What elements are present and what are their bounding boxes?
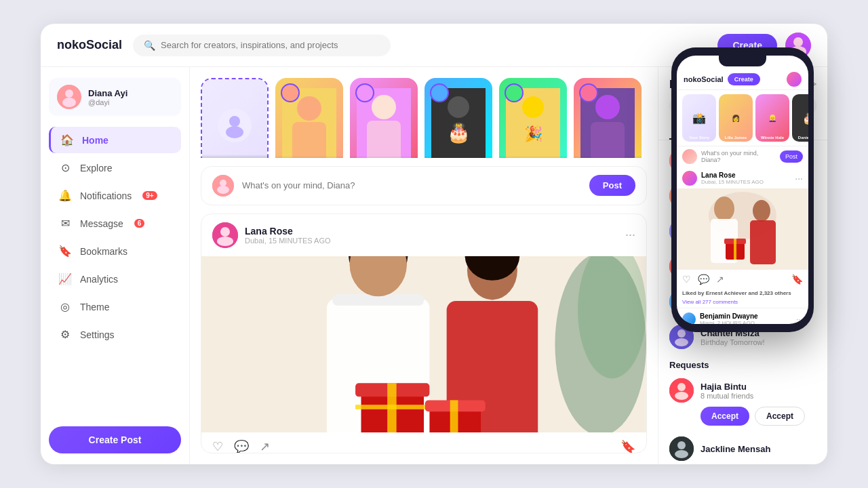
sidebar-item-bookmarks[interactable]: 🔖 Bookmarks: [49, 238, 181, 264]
svg-point-22: [595, 95, 620, 119]
phone-screen: nokoSocial Create 📸 Your Story 👩 Lilla J…: [677, 56, 808, 324]
story-item-lilla[interactable]: Lilla James/p>: [275, 78, 343, 158]
phone-story-item[interactable]: 📸 Your Story: [682, 94, 716, 142]
share-button[interactable]: ↗: [260, 439, 270, 454]
post-username: Lana Rose: [245, 226, 331, 237]
post-meta: Dubai, 15 MINUTES AGO: [245, 237, 331, 245]
phone-story-item[interactable]: 👩 Lilla James: [719, 94, 753, 142]
phone-create-button[interactable]: Create: [728, 73, 760, 85]
svg-point-74: [714, 197, 734, 221]
phone-stories: 📸 Your Story 👩 Lilla James 👱‍♀️ Winnie H…: [677, 90, 808, 146]
sidebar-item-label: Bookmarks: [80, 246, 127, 257]
logo: nokoSocial: [57, 38, 122, 52]
composer-avatar: [212, 175, 234, 197]
story-avatar: [579, 83, 598, 102]
avatar: [669, 436, 694, 461]
svg-point-28: [220, 227, 230, 237]
svg-point-10: [297, 96, 321, 121]
story-item-tina[interactable]: Tina White: [574, 78, 642, 158]
svg-point-64: [677, 329, 686, 338]
svg-rect-44: [355, 405, 429, 409]
phone-story-name: Lilla James: [719, 136, 753, 140]
svg-text:🎉: 🎉: [524, 125, 543, 143]
like-button[interactable]: ♡: [212, 439, 223, 454]
phone-second-post-avatar: [682, 312, 696, 324]
list-item[interactable]: Jackline Mensah: [658, 431, 827, 464]
phone-story-name: Your Story: [682, 136, 716, 140]
sidebar-item-messages[interactable]: ✉ Messagse 6: [49, 210, 181, 237]
phone-post-menu[interactable]: ···: [795, 173, 803, 184]
request-item: Hajia Bintu 8 mutual friends Accept Acce…: [658, 373, 827, 431]
svg-rect-23: [591, 122, 625, 158]
request-avatar: [669, 378, 694, 403]
svg-point-76: [753, 200, 770, 222]
bookmark-button[interactable]: 🔖: [620, 439, 635, 454]
svg-point-1: [793, 37, 803, 47]
search-bar[interactable]: 🔍: [133, 35, 391, 56]
phone-comment-button[interactable]: 💬: [698, 274, 709, 285]
phone-second-post-info: Benjamin Dwayne Miami, 2 HOURS AGO: [700, 312, 758, 324]
analytics-icon: 📈: [58, 272, 72, 285]
accept-button[interactable]: Accept: [701, 407, 749, 426]
sidebar-item-explore[interactable]: ⊙ Explore: [49, 155, 181, 181]
phone-post-button[interactable]: Post: [780, 150, 803, 163]
svg-point-5: [62, 98, 76, 107]
comment-button[interactable]: 💬: [234, 439, 249, 454]
story-item-jane[interactable]: 🎉 Jane Doe: [499, 78, 567, 158]
user-card[interactable]: Diana Ayi @dayi: [49, 78, 181, 116]
contact-name: Jackline Mensah: [701, 444, 770, 454]
sidebar-item-home[interactable]: 🏠 Home: [49, 127, 181, 153]
main-feed: Your Story Lilla James/p>: [190, 67, 658, 464]
phone-view-comments[interactable]: View all 277 comments: [677, 298, 808, 308]
post-composer-input[interactable]: [242, 180, 581, 190]
sidebar-item-settings[interactable]: ⚙ Settings: [49, 321, 181, 348]
svg-rect-80: [734, 239, 736, 260]
story-avatar: [505, 83, 524, 102]
mutual-friends: 8 mutual friends: [701, 392, 753, 400]
user-name: Diana Ayi: [88, 88, 127, 98]
post-composer: Post: [201, 166, 647, 205]
phone-second-post-name: Benjamin Dwayne: [700, 312, 758, 320]
svg-point-4: [65, 89, 73, 98]
phone-header: nokoSocial Create: [677, 66, 808, 90]
story-avatar: [430, 83, 449, 102]
svg-rect-11: [292, 122, 326, 158]
sidebar: Diana Ayi @dayi 🏠 Home ⊙ Explore 🔔 Notif…: [41, 67, 190, 464]
svg-rect-14: [367, 121, 401, 158]
phone-like-button[interactable]: ♡: [682, 274, 691, 285]
phone-post-meta: Dubai, 15 MINUTES AGO: [701, 179, 764, 185]
phone-story-name: Daniel Bale: [792, 136, 808, 140]
phone-post-likes: Liked by Ernest Achiever and 2,323 other…: [677, 289, 808, 298]
story-item-daniel[interactable]: 🎂 Daniel Bale: [425, 78, 492, 158]
message-preview: Birthday Tomorrow!: [701, 338, 765, 346]
notifications-badge: 9+: [142, 191, 157, 200]
search-input[interactable]: [161, 40, 380, 50]
phone-story-item[interactable]: 🎂 Daniel Bale: [792, 94, 808, 142]
phone-avatar: [787, 72, 802, 87]
phone-story-item[interactable]: 👱‍♀️ Winnie Hale: [755, 94, 789, 142]
svg-point-70: [677, 441, 686, 449]
post-button[interactable]: Post: [589, 175, 635, 196]
phone-bookmark-button[interactable]: 🔖: [791, 274, 803, 285]
sidebar-item-label: Explore: [80, 163, 112, 174]
svg-point-68: [675, 392, 688, 400]
post-user-info: Lana Rose Dubai, 15 MINUTES AGO: [245, 226, 331, 245]
phone-post-avatar: [682, 171, 697, 186]
theme-icon: ◎: [58, 300, 72, 313]
sidebar-item-theme[interactable]: ◎ Theme: [49, 293, 181, 320]
post-menu-icon[interactable]: ···: [625, 228, 635, 242]
request-info: Hajia Bintu 8 mutual friends: [701, 382, 753, 400]
svg-point-7: [229, 116, 240, 127]
svg-point-26: [217, 186, 229, 194]
phone-share-button[interactable]: ↗: [716, 274, 724, 285]
story-item-winnie[interactable]: Winnie Hale: [350, 78, 418, 158]
story-item-your-story[interactable]: Your Story: [201, 78, 269, 158]
avatar: [57, 85, 81, 109]
request-buttons: Accept Accept: [669, 407, 816, 426]
sidebar-item-analytics[interactable]: 📈 Analytics: [49, 266, 181, 292]
phone-second-post-menu[interactable]: ···: [796, 314, 803, 324]
post-image: [201, 256, 646, 432]
decline-button[interactable]: Accept: [755, 407, 805, 426]
create-post-button[interactable]: Create Post: [49, 426, 181, 453]
sidebar-item-notifications[interactable]: 🔔 Notifications 9+: [49, 182, 181, 209]
